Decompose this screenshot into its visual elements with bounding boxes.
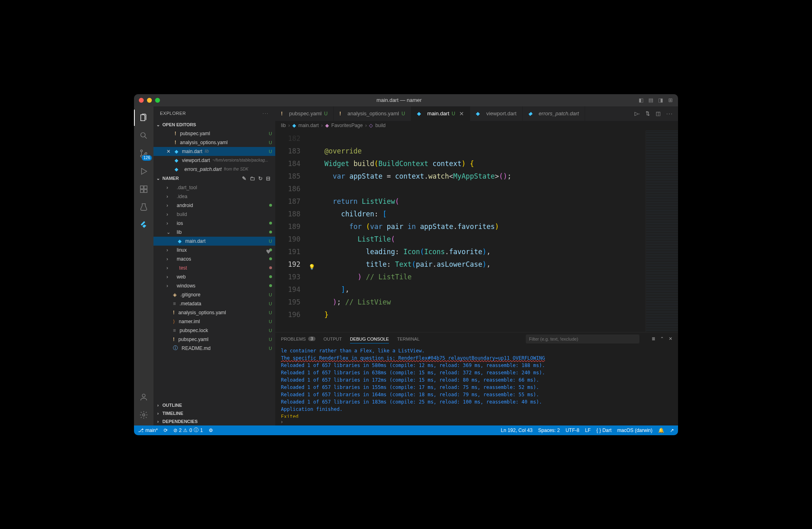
open-editor-item[interactable]: ! analysis_options.yamlU — [153, 138, 275, 147]
explorer-item[interactable]: ⌄ lib — [153, 228, 275, 237]
line-gutter[interactable]: 182183184185186187188189190191♥192193194… — [275, 131, 308, 332]
minimap[interactable] — [646, 131, 678, 332]
panel-list-icon[interactable]: ≣ — [652, 336, 655, 341]
outline-section[interactable]: ›OUTLINE — [153, 401, 275, 409]
run-debug-activity-icon[interactable] — [134, 163, 153, 179]
flutter-activity-icon[interactable] — [134, 217, 153, 233]
editor-tab[interactable]: ! pubspec.yaml U — [275, 106, 334, 121]
scm-badge: 126 — [142, 155, 152, 161]
explorer-item[interactable]: ≡ .metadataU — [153, 299, 275, 308]
explorer-item[interactable]: ≡ pubspec.lockU — [153, 326, 275, 335]
timeline-section[interactable]: ›TIMELINE — [153, 409, 275, 417]
editor-tab[interactable]: ◆ main.dart U✕ — [411, 106, 471, 121]
status-cursor-position[interactable]: Ln 192, Col 43 — [501, 428, 533, 433]
minimize-window-button[interactable] — [147, 98, 152, 103]
open-editor-item[interactable]: ◆ errors_patch.dart from the SDK — [153, 165, 275, 174]
explorer-item[interactable]: › test — [153, 263, 275, 272]
collapse-icon[interactable]: ⊟ — [266, 175, 270, 181]
testing-activity-icon[interactable] — [134, 199, 153, 215]
run-debug-icon[interactable]: ▷· — [635, 110, 640, 117]
sidebar-more-icon[interactable]: ··· — [263, 111, 269, 116]
dependencies-section[interactable]: ›DEPENDENCIES — [153, 417, 275, 425]
source-control-activity-icon[interactable]: 126 — [134, 145, 153, 162]
panel-expand-icon[interactable]: ⌃ — [660, 336, 664, 341]
split-diff-icon[interactable]: ⇅ — [646, 110, 650, 117]
toggle-secondary-sidebar-icon[interactable]: ◨ — [658, 97, 663, 103]
svg-rect-8 — [144, 189, 147, 192]
toggle-primary-sidebar-icon[interactable]: ◧ — [638, 97, 644, 103]
explorer-item[interactable]: › linux — [153, 246, 275, 255]
status-sync-icon[interactable]: ⟳ — [164, 428, 168, 433]
panel-tab-debug-console[interactable]: DEBUG CONSOLE — [350, 337, 389, 343]
customize-layout-icon[interactable]: ⊞ — [667, 97, 673, 103]
status-eol[interactable]: LF — [585, 428, 591, 433]
status-language[interactable]: { } Dart — [596, 428, 611, 433]
explorer-activity-icon[interactable] — [134, 110, 153, 126]
debug-console-prompt[interactable]: › — [275, 418, 678, 425]
explorer-item[interactable]: ⟩ namer.imlU — [153, 317, 275, 326]
explorer-item[interactable]: ! analysis_options.yamlU — [153, 308, 275, 317]
panel-tab-output[interactable]: OUTPUT — [324, 337, 342, 341]
close-window-button[interactable] — [139, 98, 144, 103]
breadcrumb[interactable]: lib› ◆main.dart› ◆FavoritesPage› ◇build — [275, 121, 678, 131]
code-editor[interactable]: @override Widget build(BuildContext cont… — [308, 131, 646, 332]
tab-more-icon[interactable]: ··· — [666, 110, 673, 117]
explorer-item[interactable]: › .dart_tool — [153, 183, 275, 192]
explorer-item[interactable]: › windows — [153, 281, 275, 290]
status-device[interactable]: macOS (darwin) — [617, 428, 652, 433]
svg-rect-5 — [140, 186, 143, 188]
explorer-item[interactable]: › build — [153, 210, 275, 219]
panel-tab-terminal[interactable]: TERMINAL — [397, 337, 420, 341]
panel-tabs: PROBLEMS 3 OUTPUT DEBUG CONSOLE TERMINAL… — [275, 333, 678, 345]
explorer-item[interactable]: ◈ .gitignoreU — [153, 290, 275, 299]
svg-rect-7 — [140, 189, 143, 192]
panel-close-icon[interactable]: ✕ — [669, 336, 672, 341]
editor-tabs: ! pubspec.yaml U! analysis_options.yaml … — [275, 106, 678, 121]
refresh-icon[interactable]: ↻ — [258, 175, 263, 181]
explorer-item[interactable]: › web — [153, 272, 275, 281]
editor-tab[interactable]: ! analysis_options.yaml U — [334, 106, 411, 121]
panel-tab-problems[interactable]: PROBLEMS 3 — [281, 337, 315, 341]
toggle-panel-icon[interactable]: ▤ — [648, 97, 654, 103]
zoom-window-button[interactable] — [155, 98, 160, 103]
status-problems[interactable]: ⊘2 ⚠0 ⓘ1 — [173, 427, 203, 434]
explorer-item[interactable]: › ios — [153, 219, 275, 228]
explorer-item[interactable]: ! pubspec.yamlU — [153, 335, 275, 344]
titlebar-actions: ◧ ▤ ◨ ⊞ — [638, 97, 673, 103]
explorer-item[interactable]: › macos — [153, 255, 275, 263]
explorer-item[interactable]: › android — [153, 201, 275, 210]
explorer-item[interactable]: ◆ main.dartU — [153, 237, 275, 246]
vscode-window: main.dart — namer ◧ ▤ ◨ ⊞ 126 — [134, 94, 678, 435]
new-file-icon[interactable]: ✎ — [242, 175, 246, 181]
status-devtools-icon[interactable]: ⚙ — [209, 428, 213, 433]
open-editor-item[interactable]: ! pubspec.yamlU — [153, 129, 275, 138]
svg-rect-6 — [144, 186, 147, 188]
explorer-item[interactable]: ⓘ README.mdU — [153, 344, 275, 353]
window-title: main.dart — namer — [160, 97, 638, 103]
svg-point-4 — [145, 152, 147, 154]
explorer-sidebar: EXPLORER ··· ⌄OPEN EDITORS ! pubspec.yam… — [153, 106, 275, 425]
debug-console-output[interactable]: le container rather than a Flex, like a … — [275, 345, 678, 418]
status-notifications-icon[interactable]: 🔔 — [658, 428, 664, 433]
svg-point-11 — [143, 414, 145, 416]
accounts-activity-icon[interactable] — [134, 389, 153, 405]
status-branch[interactable]: ⎇main* — [138, 428, 158, 433]
status-encoding[interactable]: UTF-8 — [566, 428, 579, 433]
manage-activity-icon[interactable] — [134, 407, 153, 423]
open-editor-item[interactable]: ✕◆ main.dart libU — [153, 147, 275, 156]
editor-area: ! pubspec.yaml U! analysis_options.yaml … — [275, 106, 678, 425]
search-activity-icon[interactable] — [134, 127, 153, 144]
extensions-activity-icon[interactable] — [134, 181, 153, 197]
editor-tab[interactable]: ◆ errors_patch.dart — [523, 106, 585, 121]
editor-tab[interactable]: ◆ viewport.dart — [470, 106, 523, 121]
status-feedback-icon[interactable]: ↗ — [670, 428, 674, 433]
panel-filter-input[interactable] — [526, 335, 639, 343]
sidebar-header: EXPLORER ··· — [153, 106, 275, 121]
explorer-item[interactable]: › .idea — [153, 192, 275, 201]
project-section[interactable]: ⌄NAMER ✎ 🗀 ↻ ⊟ — [153, 174, 275, 183]
open-editor-item[interactable]: ◆ viewport.dart ~/fvm/versions/stable/pa… — [153, 156, 275, 165]
status-indent[interactable]: Spaces: 2 — [538, 428, 560, 433]
split-editor-icon[interactable]: ◫ — [656, 110, 661, 117]
open-editors-section[interactable]: ⌄OPEN EDITORS — [153, 121, 275, 129]
new-folder-icon[interactable]: 🗀 — [250, 175, 255, 181]
